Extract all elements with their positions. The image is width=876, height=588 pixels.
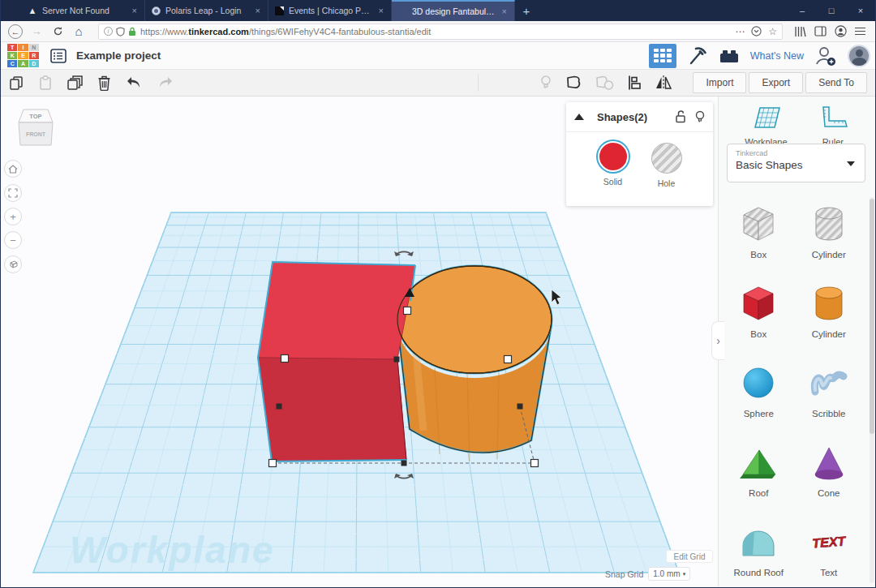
shape-roof[interactable]: Roof [724, 440, 794, 520]
shape-box-hole[interactable]: Box [724, 202, 794, 281]
tinker-pickaxe-icon[interactable] [687, 45, 708, 67]
home-view-button[interactable] [4, 160, 22, 178]
send-to-button[interactable]: Send To [805, 72, 867, 93]
view-cube[interactable]: TOP FRONT [14, 103, 59, 155]
shape-category-dropdown[interactable]: Tinkercad Basic Shapes [727, 144, 865, 182]
shape-sphere[interactable]: Sphere [724, 361, 794, 440]
scale-handle[interactable] [531, 460, 539, 467]
mid-handle[interactable] [394, 357, 400, 363]
sidebar-scrollbar-thumb[interactable] [870, 199, 874, 434]
scale-handle[interactable] [505, 356, 512, 363]
scale-handle[interactable] [269, 460, 277, 467]
fit-view-button[interactable] [4, 184, 22, 202]
copy-icon[interactable] [9, 75, 24, 91]
maximize-button[interactable]: □ [817, 0, 846, 21]
hide-bulb-icon[interactable] [695, 110, 705, 123]
unlock-icon[interactable] [675, 110, 686, 123]
tab-server-not-found[interactable]: ▲ Server Not Found × [22, 0, 145, 21]
shape-round-roof[interactable]: Round Roof [724, 520, 794, 586]
mid-handle[interactable] [402, 461, 407, 466]
bookmark-star-icon[interactable]: ☆ [768, 26, 777, 37]
close-tab-icon[interactable]: × [500, 6, 509, 16]
brick-icon[interactable] [719, 47, 740, 65]
tab-polaris-leap[interactable]: Polaris Leap - Login × [145, 0, 268, 21]
material-hole-option[interactable]: Hole [651, 141, 682, 188]
shape-text[interactable]: TEXT Text [794, 520, 865, 586]
minimize-button[interactable]: – [788, 0, 817, 21]
project-list-button[interactable] [49, 47, 68, 65]
dashboard-grid-button[interactable] [649, 44, 676, 68]
sphere-icon [736, 361, 780, 405]
view-cube-front-label[interactable]: FRONT [26, 131, 46, 137]
cone-icon [807, 440, 851, 484]
reload-button[interactable] [49, 24, 66, 40]
shape-box-solid[interactable]: Box [724, 281, 794, 361]
cylinder-shape[interactable] [397, 266, 552, 461]
undo-icon[interactable] [125, 75, 143, 90]
edit-grid-button[interactable]: Edit Grid [666, 550, 713, 563]
back-button[interactable]: ← [7, 24, 24, 40]
workplane-tool[interactable]: Workplane [745, 105, 787, 147]
pocket-icon[interactable] [751, 26, 762, 36]
close-tab-icon[interactable]: × [131, 6, 139, 15]
menu-icon[interactable] [855, 25, 865, 37]
group-icon[interactable] [565, 75, 582, 91]
material-solid-option[interactable]: Solid [598, 141, 629, 188]
account-icon[interactable] [835, 25, 847, 37]
tab-tinkercad-active[interactable]: 3D design Fantabulous Stantia × [392, 0, 515, 21]
sidebar-collapse-handle[interactable]: › [711, 321, 724, 360]
shape-cylinder-hole[interactable]: Cylinder [794, 202, 865, 281]
home-button[interactable]: ⌂ [71, 24, 87, 40]
new-tab-button[interactable]: + [515, 0, 538, 21]
url-bar[interactable]: i https://www.tinkercad.com/things/6WIFe… [98, 24, 783, 40]
solid-swatch[interactable] [598, 141, 629, 172]
align-icon[interactable] [626, 75, 642, 91]
close-button[interactable]: × [846, 0, 875, 21]
lock-icon[interactable] [128, 27, 136, 36]
zoom-in-button[interactable]: + [4, 208, 22, 225]
perspective-toggle-button[interactable] [4, 255, 22, 273]
close-tab-icon[interactable]: × [254, 6, 262, 15]
mirror-icon[interactable] [655, 75, 672, 91]
duplicate-icon[interactable] [67, 75, 84, 91]
mid-handle[interactable] [517, 404, 523, 410]
shape-cylinder-solid[interactable]: Cylinder [794, 281, 865, 361]
browser-navbar: ← → ⌂ i https://www.tinkercad.com/things… [1, 21, 875, 42]
ungroup-icon[interactable] [595, 75, 614, 91]
paste-icon[interactable] [38, 75, 53, 91]
user-avatar[interactable] [848, 45, 870, 67]
tab-chicago-library[interactable]: Events | Chicago Public Library × [268, 0, 392, 21]
tinkercad-logo[interactable]: TIN KER CAD [7, 44, 39, 68]
dropdown-brand: Tinkercad [736, 149, 857, 157]
info-icon[interactable]: i [104, 27, 113, 36]
scale-handle[interactable] [404, 307, 411, 315]
close-tab-icon[interactable]: × [377, 6, 385, 15]
zoom-out-button[interactable]: − [4, 231, 22, 249]
import-button[interactable]: Import [693, 72, 746, 93]
page-actions-icon[interactable]: ⋯ [735, 26, 745, 37]
3d-viewport[interactable]: Workplane [1, 97, 875, 586]
forward-button[interactable]: → [28, 24, 45, 40]
shape-label: Text [794, 568, 865, 577]
ruler-tool[interactable]: Ruler [817, 105, 849, 147]
scale-handle[interactable] [281, 355, 289, 363]
warning-icon: ▲ [28, 6, 37, 15]
whats-new-link[interactable]: What's New [750, 50, 804, 62]
shape-scribble[interactable]: Scribble [794, 361, 865, 440]
library-icon[interactable] [794, 26, 806, 37]
mid-handle[interactable] [277, 404, 282, 410]
export-button[interactable]: Export [749, 72, 803, 93]
sidebar-toggle-icon[interactable] [814, 26, 827, 36]
shape-cone[interactable]: Cone [794, 440, 865, 520]
cylinder-hole-icon [807, 202, 851, 246]
globe-icon [152, 6, 161, 15]
collapse-panel-icon[interactable] [574, 114, 584, 120]
view-cube-top-label[interactable]: TOP [29, 113, 41, 120]
hole-swatch[interactable] [651, 143, 682, 174]
delete-icon[interactable] [97, 75, 111, 91]
redo-icon[interactable] [157, 75, 174, 90]
shield-icon[interactable] [116, 27, 125, 36]
snap-grid-select[interactable]: 1.0 mm▾ [648, 567, 690, 581]
invite-user-icon[interactable] [814, 45, 837, 67]
show-all-icon[interactable] [539, 75, 552, 91]
